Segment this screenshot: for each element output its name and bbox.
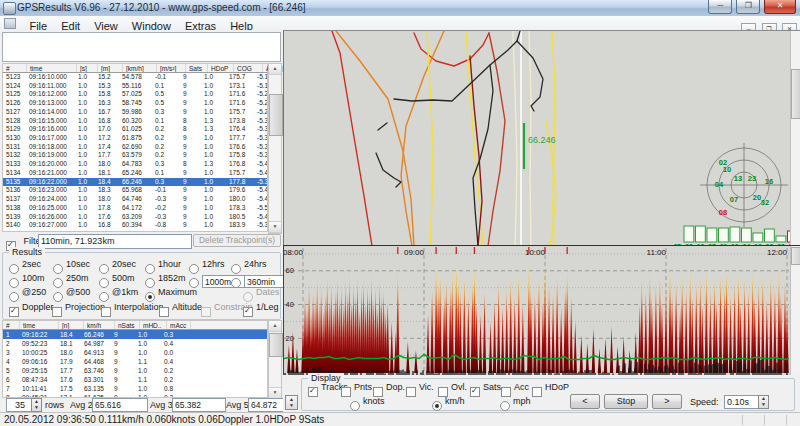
table-row[interactable]: 209:52:2318.164.98791.00.4 xyxy=(3,339,267,348)
column-header[interactable]: [m] xyxy=(98,64,123,72)
table-row[interactable]: 608:47:3417.663.30191.10.2 xyxy=(3,375,267,384)
table-row[interactable]: 513909:16:26.0001.017.663.209-0.391.0180… xyxy=(3,213,267,222)
table-row[interactable]: 513709:16:24.0001.018.064.746-0.391.0180… xyxy=(3,195,267,204)
delete-trackpoints-button[interactable]: Delete Trackpoint(s) xyxy=(193,234,281,247)
radio-button[interactable] xyxy=(99,292,109,302)
column-header[interactable]: [km/h] xyxy=(123,64,157,72)
checkbox[interactable] xyxy=(243,307,253,317)
results-groupbox: Results 2sec10sec20sec1hour12hrs24hrs100… xyxy=(2,252,281,320)
table-row[interactable]: 513209:16:19.0001.017.763.5790.291.0175.… xyxy=(3,151,267,160)
table-row[interactable]: 513609:16:23.0001.018.365.968-0.191.0179… xyxy=(3,186,267,195)
table-row[interactable]: 512309:16:10.0001.015.254.578-0.191.0175… xyxy=(3,73,267,82)
peak-speed-label: 66.246 xyxy=(528,135,556,145)
checkbox-label: Sats xyxy=(483,382,501,392)
column-header[interactable]: [n] xyxy=(59,321,84,329)
satellite-snr-bar xyxy=(730,227,740,242)
checkbox-label: Ovl. xyxy=(451,382,467,392)
graph-zoom-spinner[interactable]: ▲▼ xyxy=(285,395,298,410)
table-row[interactable]: 512709:16:14.0001.016.759.9860.391.0175.… xyxy=(3,108,267,117)
table-row[interactable]: 514009:16:27.0001.016.860.394-0.891.0183… xyxy=(3,221,267,230)
status-bar: 20.05.2012 09:36:50 0.111km/h 0.060knots… xyxy=(0,412,800,426)
table-row[interactable]: 509:25:1517.763.74691.00.2 xyxy=(3,366,267,375)
radio-button[interactable] xyxy=(350,401,360,411)
satellite-snr-bar xyxy=(742,228,752,242)
column-header[interactable]: time xyxy=(27,64,77,72)
table-row[interactable]: 109:16:2218.466.24691.00.3 xyxy=(3,330,267,339)
table-row[interactable]: 512909:16:16.0001.017.061.0250.281.3176.… xyxy=(3,125,267,134)
column-header[interactable]: mAcc xyxy=(167,321,191,329)
close-button[interactable]: ✕ xyxy=(764,0,796,14)
radio-button[interactable] xyxy=(243,292,253,302)
table-row[interactable]: 513509:16:22.0001.018.466.2460.391.0177.… xyxy=(3,178,267,187)
trackpoint-table-scrollbar[interactable]: ▲▼ xyxy=(268,63,282,234)
column-header[interactable]: [m/s²] xyxy=(157,64,186,72)
prev-button[interactable]: < xyxy=(570,394,600,409)
table-row[interactable]: 512809:16:15.0001.016.860.3200.181.3173.… xyxy=(3,117,267,126)
radio-button[interactable] xyxy=(9,292,19,302)
checkbox[interactable] xyxy=(470,387,480,397)
table-row[interactable]: 513809:16:25.0001.017.864.172-0.291.0178… xyxy=(3,204,267,213)
avg3-field[interactable]: 65.382 xyxy=(172,398,226,412)
table-row[interactable]: 514109:16:28.0001.015.756.449-1.191.0184… xyxy=(3,230,267,232)
radio-button[interactable] xyxy=(432,401,442,411)
table-row[interactable]: 513409:16:21.0001.018.165.2460.191.0175.… xyxy=(3,169,267,178)
map-scrollbar[interactable] xyxy=(790,31,800,245)
filters-summary-field[interactable]: 110min, 71.923km xyxy=(38,234,192,249)
next-button[interactable]: > xyxy=(652,394,682,409)
checkbox[interactable] xyxy=(201,307,211,317)
table-row[interactable]: 409:06:1617.964.46891.10.4 xyxy=(3,357,267,366)
app-icon xyxy=(3,2,16,15)
checkbox[interactable] xyxy=(308,387,318,397)
checkbox[interactable] xyxy=(159,307,169,317)
rows-count-spinner[interactable]: ▲▼ xyxy=(31,398,42,412)
column-header[interactable]: time xyxy=(20,321,59,329)
avg5-field[interactable]: 64.872 xyxy=(248,398,285,412)
radio-button[interactable] xyxy=(145,292,155,302)
radio-label: 1hour xyxy=(158,259,181,269)
results-table-scrollbar[interactable]: ▲▼ xyxy=(268,320,282,400)
checkbox[interactable] xyxy=(9,307,19,317)
table-row[interactable]: 513309:16:20.0001.018.064.7830.381.3176.… xyxy=(3,160,267,169)
checkbox[interactable] xyxy=(532,387,542,397)
table-row[interactable]: 513109:16:18.0001.017.462.6900.291.0176.… xyxy=(3,143,267,152)
column-header[interactable]: Sats xyxy=(186,64,208,72)
table-row[interactable]: 512509:16:12.0001.015.857.0250.591.0171.… xyxy=(3,90,267,99)
checkbox[interactable] xyxy=(406,387,416,397)
checkbox-label: Projection xyxy=(65,302,105,312)
track-map[interactable]: 66.2460210132304160720320823130720100416… xyxy=(283,30,800,245)
table-row[interactable]: 310:00:2518.064.91391.00.0 xyxy=(3,348,267,357)
maximize-button[interactable]: ❐ xyxy=(736,0,760,14)
avg2-field[interactable]: 65.616 xyxy=(92,398,148,412)
table-row[interactable]: 512409:16:11.0001.015.355.1160.191.0173.… xyxy=(3,82,267,91)
table-row[interactable]: 513009:16:17.0001.017.261.8750.291.0177.… xyxy=(3,134,267,143)
column-header[interactable]: # xyxy=(3,64,27,72)
speed-interval-spinner[interactable]: ▲▼ xyxy=(758,395,769,409)
display-groupbox: Display TracksPntsDop.Vic.Ovl.SatsAccHDo… xyxy=(301,378,795,411)
minimize-button[interactable]: ─ xyxy=(708,0,732,14)
column-header[interactable]: nSats xyxy=(115,321,140,329)
radio-button[interactable] xyxy=(500,401,510,411)
results-table: #time[n]km/hnSatsmHD..mAcc109:16:2218.46… xyxy=(2,320,268,398)
column-header[interactable]: # xyxy=(3,321,20,329)
checkbox[interactable] xyxy=(52,307,62,317)
column-header[interactable]: km/h xyxy=(84,321,115,329)
radio-button[interactable] xyxy=(231,278,241,288)
table-row[interactable]: 710:11:4117.563.13591.00.8 xyxy=(3,384,267,393)
window-controls: ─ ❐ ✕ xyxy=(707,0,796,14)
column-header[interactable]: HDoP xyxy=(208,64,234,72)
checkbox-label: Dop. xyxy=(386,382,405,392)
satellite-id: 08 xyxy=(719,208,727,217)
speed-graph[interactable]: 20406008:0009:0010:0011:0012:00 xyxy=(283,245,800,375)
stop-button[interactable]: Stop xyxy=(604,394,648,409)
speed-interval-field[interactable]: 0.10s xyxy=(724,395,760,409)
x-axis-label: 11:00 xyxy=(647,248,667,257)
table-row[interactable]: 512609:16:13.0001.016.358.7450.591.0171.… xyxy=(3,99,267,108)
radio-button[interactable] xyxy=(53,292,63,302)
column-header[interactable]: COG xyxy=(234,64,263,72)
rows-count-field[interactable]: 35 xyxy=(6,398,34,412)
radio-label: 100m xyxy=(22,273,45,283)
column-header[interactable]: [s] xyxy=(77,64,98,72)
checkbox[interactable] xyxy=(101,307,111,317)
column-header[interactable]: mHD.. xyxy=(140,321,167,329)
graph-scrollbar[interactable] xyxy=(790,246,800,375)
